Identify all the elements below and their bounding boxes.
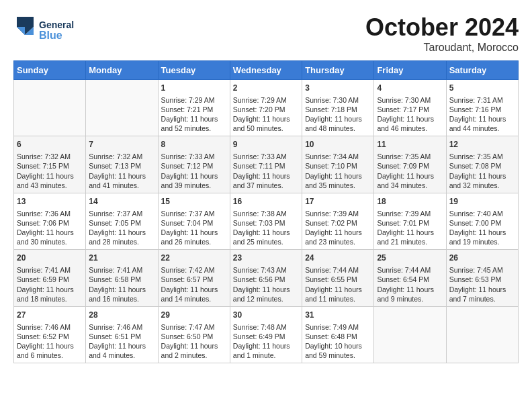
day-number: 13 [17,196,83,208]
month-title: October 2024 [365,13,519,42]
logo-svg: General Blue [13,13,87,47]
svg-text:General: General [39,19,74,30]
day-info: Sunrise: 7:43 AM Sunset: 6:56 PM Dayligh… [233,265,299,304]
title-block: October 2024 Taroudant, Morocco [365,13,519,54]
day-number: 21 [89,253,154,264]
day-number: 23 [233,253,299,264]
day-header-thursday: Thursday [302,61,374,80]
calendar-cell [86,80,158,136]
day-number: 7 [89,139,154,150]
day-number: 27 [17,310,83,321]
day-info: Sunrise: 7:35 AM Sunset: 7:08 PM Dayligh… [449,152,515,190]
day-number: 8 [161,139,227,150]
day-number: 31 [305,310,371,321]
calendar-cell: 24Sunrise: 7:44 AM Sunset: 6:55 PM Dayli… [302,250,374,306]
calendar-cell: 10Sunrise: 7:34 AM Sunset: 7:10 PM Dayli… [302,136,374,193]
svg-text:Blue: Blue [39,30,62,41]
calendar-cell: 14Sunrise: 7:37 AM Sunset: 7:05 PM Dayli… [86,193,158,249]
day-number: 5 [449,83,515,94]
calendar-cell: 28Sunrise: 7:46 AM Sunset: 6:51 PM Dayli… [86,306,158,363]
calendar-cell [374,306,446,363]
day-number: 4 [377,83,443,94]
day-header-monday: Monday [86,61,158,80]
calendar-cell: 17Sunrise: 7:39 AM Sunset: 7:02 PM Dayli… [302,193,374,249]
day-info: Sunrise: 7:33 AM Sunset: 7:12 PM Dayligh… [161,152,227,190]
week-row-4: 20Sunrise: 7:41 AM Sunset: 6:59 PM Dayli… [14,250,519,306]
calendar-cell: 23Sunrise: 7:43 AM Sunset: 6:56 PM Dayli… [230,250,302,306]
day-number: 24 [305,253,371,264]
day-info: Sunrise: 7:49 AM Sunset: 6:48 PM Dayligh… [305,322,371,361]
day-info: Sunrise: 7:31 AM Sunset: 7:16 PM Dayligh… [449,95,515,134]
calendar-cell: 31Sunrise: 7:49 AM Sunset: 6:48 PM Dayli… [302,306,374,363]
calendar-cell: 25Sunrise: 7:44 AM Sunset: 6:54 PM Dayli… [374,250,446,306]
day-info: Sunrise: 7:30 AM Sunset: 7:18 PM Dayligh… [305,95,371,134]
day-header-tuesday: Tuesday [158,61,230,80]
day-info: Sunrise: 7:46 AM Sunset: 6:51 PM Dayligh… [89,322,154,361]
calendar-cell: 16Sunrise: 7:38 AM Sunset: 7:03 PM Dayli… [230,193,302,249]
day-info: Sunrise: 7:40 AM Sunset: 7:00 PM Dayligh… [449,209,515,247]
day-number: 28 [89,310,154,321]
day-number: 15 [161,196,227,208]
day-number: 3 [305,83,371,94]
day-number: 18 [377,196,443,208]
week-row-1: 1Sunrise: 7:29 AM Sunset: 7:21 PM Daylig… [14,80,519,136]
day-info: Sunrise: 7:39 AM Sunset: 7:02 PM Dayligh… [305,209,371,247]
page-header: General Blue October 2024 Taroudant, Mor… [13,13,519,54]
day-number: 16 [233,196,299,208]
day-number: 17 [305,196,371,208]
day-info: Sunrise: 7:36 AM Sunset: 7:06 PM Dayligh… [17,209,83,247]
calendar-cell: 29Sunrise: 7:47 AM Sunset: 6:50 PM Dayli… [158,306,230,363]
calendar-cell: 19Sunrise: 7:40 AM Sunset: 7:00 PM Dayli… [446,193,518,249]
week-row-2: 6Sunrise: 7:32 AM Sunset: 7:15 PM Daylig… [14,136,519,193]
day-number: 6 [17,139,83,150]
day-header-wednesday: Wednesday [230,61,302,80]
day-number: 25 [377,253,443,264]
day-info: Sunrise: 7:37 AM Sunset: 7:04 PM Dayligh… [161,209,227,247]
calendar-cell: 6Sunrise: 7:32 AM Sunset: 7:15 PM Daylig… [14,136,86,193]
day-info: Sunrise: 7:41 AM Sunset: 6:58 PM Dayligh… [89,265,154,304]
day-info: Sunrise: 7:32 AM Sunset: 7:13 PM Dayligh… [89,152,154,190]
day-info: Sunrise: 7:34 AM Sunset: 7:10 PM Dayligh… [305,152,371,190]
day-number: 9 [233,139,299,150]
calendar-cell: 11Sunrise: 7:35 AM Sunset: 7:09 PM Dayli… [374,136,446,193]
calendar-cell: 26Sunrise: 7:45 AM Sunset: 6:53 PM Dayli… [446,250,518,306]
day-info: Sunrise: 7:29 AM Sunset: 7:20 PM Dayligh… [233,95,299,134]
day-number: 19 [449,196,515,208]
calendar-cell: 8Sunrise: 7:33 AM Sunset: 7:12 PM Daylig… [158,136,230,193]
day-number: 22 [161,253,227,264]
day-info: Sunrise: 7:44 AM Sunset: 6:55 PM Dayligh… [305,265,371,304]
day-info: Sunrise: 7:32 AM Sunset: 7:15 PM Dayligh… [17,152,83,190]
calendar-cell: 5Sunrise: 7:31 AM Sunset: 7:16 PM Daylig… [446,80,518,136]
day-number: 10 [305,139,371,150]
calendar-cell: 9Sunrise: 7:33 AM Sunset: 7:11 PM Daylig… [230,136,302,193]
day-info: Sunrise: 7:37 AM Sunset: 7:05 PM Dayligh… [89,209,154,247]
week-row-5: 27Sunrise: 7:46 AM Sunset: 6:52 PM Dayli… [14,306,519,363]
day-info: Sunrise: 7:41 AM Sunset: 6:59 PM Dayligh… [17,265,83,304]
calendar-cell: 2Sunrise: 7:29 AM Sunset: 7:20 PM Daylig… [230,80,302,136]
day-info: Sunrise: 7:44 AM Sunset: 6:54 PM Dayligh… [377,265,443,304]
day-info: Sunrise: 7:46 AM Sunset: 6:52 PM Dayligh… [17,322,83,361]
calendar-cell: 12Sunrise: 7:35 AM Sunset: 7:08 PM Dayli… [446,136,518,193]
calendar-cell: 15Sunrise: 7:37 AM Sunset: 7:04 PM Dayli… [158,193,230,249]
day-number: 12 [449,139,515,150]
calendar-cell [446,306,518,363]
day-number: 20 [17,253,83,264]
calendar-cell [14,80,86,136]
calendar-cell: 27Sunrise: 7:46 AM Sunset: 6:52 PM Dayli… [14,306,86,363]
day-number: 11 [377,139,443,150]
logo: General Blue [13,13,87,47]
day-number: 2 [233,83,299,94]
day-info: Sunrise: 7:48 AM Sunset: 6:49 PM Dayligh… [233,322,299,361]
calendar-cell: 20Sunrise: 7:41 AM Sunset: 6:59 PM Dayli… [14,250,86,306]
day-info: Sunrise: 7:39 AM Sunset: 7:01 PM Dayligh… [377,209,443,247]
day-header-sunday: Sunday [14,61,86,80]
calendar-cell: 22Sunrise: 7:42 AM Sunset: 6:57 PM Dayli… [158,250,230,306]
svg-marker-4 [17,27,25,35]
calendar-cell: 21Sunrise: 7:41 AM Sunset: 6:58 PM Dayli… [86,250,158,306]
day-number: 26 [449,253,515,264]
day-info: Sunrise: 7:47 AM Sunset: 6:50 PM Dayligh… [161,322,227,361]
day-header-saturday: Saturday [446,61,518,80]
calendar-cell: 13Sunrise: 7:36 AM Sunset: 7:06 PM Dayli… [14,193,86,249]
location: Taroudant, Morocco [365,42,519,54]
calendar-cell: 3Sunrise: 7:30 AM Sunset: 7:18 PM Daylig… [302,80,374,136]
